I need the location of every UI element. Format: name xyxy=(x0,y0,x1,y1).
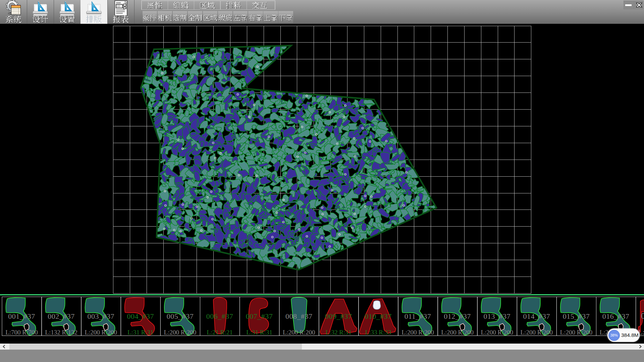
svg-text:013_#37: 013_#37 xyxy=(483,312,511,320)
svg-text:L:21 R:21: L:21 R:21 xyxy=(207,329,233,336)
svg-text:011_#37: 011_#37 xyxy=(405,312,431,320)
svg-text:004_#37: 004_#37 xyxy=(127,312,154,320)
svg-text:002_#37: 002_#37 xyxy=(48,312,75,320)
svg-text:014_#37: 014_#37 xyxy=(523,312,550,320)
svg-text:006_#37: 006_#37 xyxy=(206,312,233,320)
svg-text:L:200 R:200: L:200 R:200 xyxy=(283,329,315,336)
svg-text:L:200 R:200: L:200 R:200 xyxy=(481,329,513,336)
svg-text:L:31 R:31: L:31 R:31 xyxy=(127,329,154,336)
svg-text:010_#37: 010_#37 xyxy=(365,312,392,320)
svg-text:L:31 R:31: L:31 R:31 xyxy=(246,329,272,336)
svg-text:L:200 R:200: L:200 R:200 xyxy=(85,329,117,336)
svg-text:L:200 R:200: L:200 R:200 xyxy=(441,329,474,336)
svg-text:001_#37: 001_#37 xyxy=(8,312,35,320)
svg-text:008_#37: 008_#37 xyxy=(285,312,313,320)
svg-text:009_#37: 009_#37 xyxy=(325,312,352,320)
svg-text:005_#37: 005_#37 xyxy=(167,312,194,320)
svg-text:L:33 R:33: L:33 R:33 xyxy=(365,329,391,336)
svg-text:0: 0 xyxy=(641,311,644,320)
svg-text:L:200 R:200: L:200 R:200 xyxy=(401,329,434,336)
svg-text:007_#37: 007_#37 xyxy=(246,312,273,320)
svg-text:L:200 R:200: L:200 R:200 xyxy=(560,329,593,336)
svg-text:L:132 R:132: L:132 R:132 xyxy=(45,329,77,336)
svg-text:012_#37: 012_#37 xyxy=(444,312,471,320)
svg-text:L:32 R:31: L:32 R:31 xyxy=(326,329,352,336)
svg-text:015_#37: 015_#37 xyxy=(563,312,590,320)
svg-text:L:700 R:700: L:700 R:700 xyxy=(5,329,38,336)
svg-text:003_#37: 003_#37 xyxy=(87,312,114,320)
svg-text:L:200 R:200: L:200 R:200 xyxy=(521,329,553,336)
svg-text:016_#37: 016_#37 xyxy=(602,312,630,320)
svg-text:L:200 R:200: L:200 R:200 xyxy=(164,329,197,336)
